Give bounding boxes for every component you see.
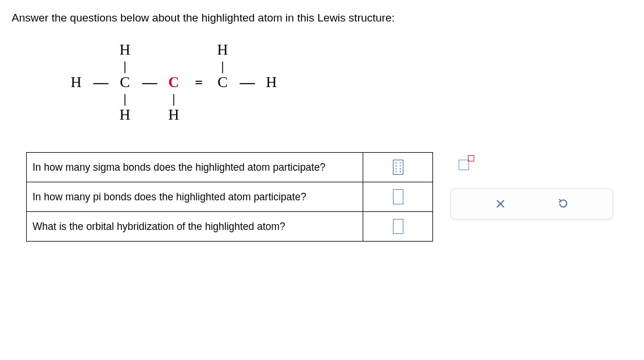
question-prompt: What is the orbital hybridization of the… xyxy=(27,212,363,242)
tool-panel xyxy=(450,152,613,219)
exponent-tool-button[interactable] xyxy=(454,152,480,178)
reset-button[interactable] xyxy=(555,196,571,212)
bond-vertical: | xyxy=(162,92,186,105)
answer-input-sigma[interactable] xyxy=(393,160,403,175)
question-prompt: In how many pi bonds does the highlighte… xyxy=(27,182,363,212)
answer-input-pi[interactable] xyxy=(393,189,403,204)
instruction-text: Answer the questions below about the hig… xyxy=(12,12,632,24)
bond-vertical: | xyxy=(113,60,137,73)
atom-h: H xyxy=(113,107,137,123)
lewis-structure: H H | | H — C — C = C — H xyxy=(64,42,632,123)
reset-icon xyxy=(557,198,569,210)
question-prompt: In how many sigma bonds does the highlig… xyxy=(27,153,363,182)
atom-c: C xyxy=(210,75,235,90)
atom-c: C xyxy=(113,75,137,90)
atom-c-highlighted: C xyxy=(162,75,186,90)
atom-h: H xyxy=(162,107,186,123)
close-button[interactable] xyxy=(492,196,509,212)
answer-input-hybridization[interactable] xyxy=(393,219,403,234)
bond-double: = xyxy=(186,75,210,89)
atom-h: H xyxy=(64,75,88,90)
bond-single: — xyxy=(88,75,113,90)
question-table: In how many sigma bonds does the highlig… xyxy=(26,152,433,242)
atom-h: H xyxy=(259,75,284,90)
atom-h: H xyxy=(113,42,137,57)
bond-single: — xyxy=(137,75,162,90)
close-icon xyxy=(495,199,506,209)
bond-single: — xyxy=(235,75,259,90)
bond-vertical: | xyxy=(113,92,137,105)
bond-vertical: | xyxy=(210,60,235,73)
atom-h: H xyxy=(210,42,235,57)
